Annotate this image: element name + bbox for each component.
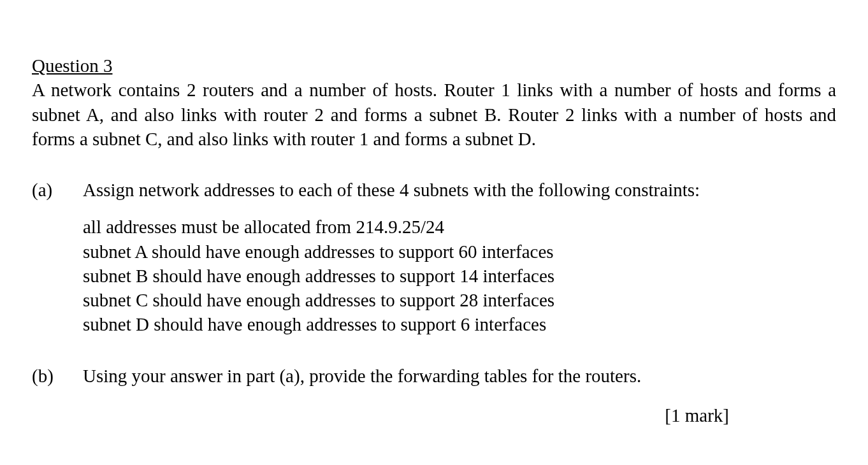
part-a-body: Assign network addresses to each of thes… [83,178,836,337]
marks-label: [1 mark] [32,403,836,427]
part-a-prompt: Assign network addresses to each of thes… [83,178,836,202]
document-page: Question 3 A network contains 2 routers … [0,0,868,427]
constraint-line: all addresses must be allocated from 214… [83,215,836,239]
question-body: A network contains 2 routers and a numbe… [32,80,836,149]
constraint-line: subnet A should have enough addresses to… [83,240,836,264]
constraint-line: subnet B should have enough addresses to… [83,264,836,288]
question-title: Question 3 [32,55,112,76]
question-block: Question 3 A network contains 2 routers … [32,54,836,151]
constraint-line: subnet C should have enough addresses to… [83,288,836,312]
part-b: (b) Using your answer in part (a), provi… [32,364,836,388]
part-b-label: (b) [32,364,83,388]
constraint-line: subnet D should have enough addresses to… [83,312,836,336]
part-a-constraints: all addresses must be allocated from 214… [83,215,836,336]
part-a: (a) Assign network addresses to each of … [32,178,836,337]
part-a-label: (a) [32,178,83,202]
part-b-body: Using your answer in part (a), provide t… [83,364,836,388]
part-b-prompt: Using your answer in part (a), provide t… [83,366,641,386]
